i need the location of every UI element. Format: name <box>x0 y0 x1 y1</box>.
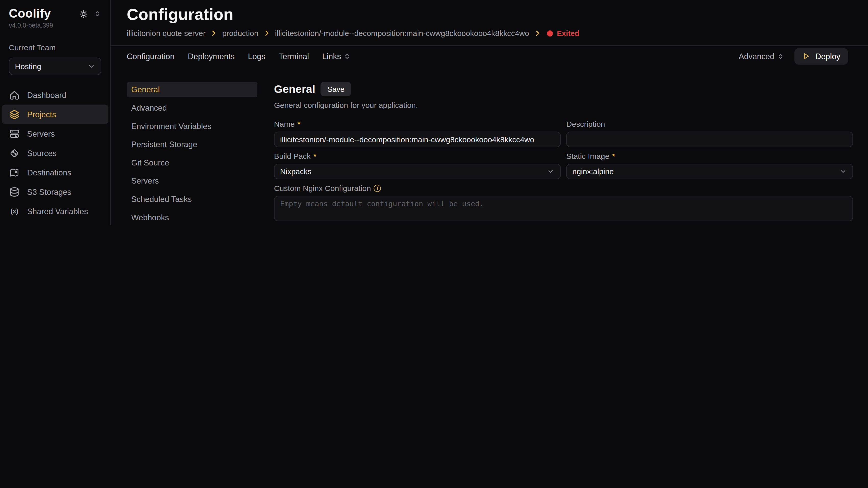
tab-terminal[interactable]: Terminal <box>279 52 309 61</box>
sidebar-item-sources[interactable]: Sources <box>0 143 110 163</box>
page-title: Configuration <box>127 6 848 24</box>
config-nav-persistent-storage[interactable]: Persistent Storage <box>127 137 257 152</box>
sidebar-item-servers[interactable]: Servers <box>0 124 110 143</box>
deploy-label: Deploy <box>815 52 840 61</box>
server-icon <box>9 128 20 139</box>
advanced-dropdown[interactable]: Advanced <box>739 52 784 61</box>
breadcrumb: illicitonion quote server production ill… <box>127 29 848 45</box>
app-version: v4.0.0-beta.399 <box>0 21 110 29</box>
config-nav-environment-variables[interactable]: Environment Variables <box>127 118 257 134</box>
chevron-right-icon <box>210 29 218 37</box>
main-area: Configuration illicitonion quote server … <box>111 0 868 225</box>
nginx-config-label: Custom Nginx Configuration <box>274 184 371 193</box>
chevron-down-icon <box>547 167 555 175</box>
chevron-right-icon <box>263 29 271 37</box>
build-pack-label: Build Pack <box>274 152 311 160</box>
deploy-button[interactable]: Deploy <box>794 48 848 65</box>
team-select[interactable]: Hosting <box>9 58 101 75</box>
tab-links-label: Links <box>322 52 341 61</box>
general-form: General Save General configuration for y… <box>274 82 853 225</box>
svg-text:(x): (x) <box>10 207 18 215</box>
app-logo: Coolify <box>9 7 51 21</box>
sidebar-item-destinations[interactable]: Destinations <box>0 163 110 182</box>
sidebar-item-shared-variables[interactable]: (x) Shared Variables <box>0 201 110 221</box>
sidebar-item-label: Dashboard <box>27 91 66 99</box>
config-nav-general[interactable]: General <box>127 82 257 97</box>
sidebar-item-label: Destinations <box>27 168 71 177</box>
current-team-label: Current Team <box>0 43 110 52</box>
tab-configuration[interactable]: Configuration <box>127 52 175 61</box>
breadcrumb-project[interactable]: illicitonion quote server <box>127 29 206 38</box>
sidebar-item-label: Sources <box>27 149 56 158</box>
status-badge: Exited <box>547 29 579 37</box>
sidebar-item-s3-storages[interactable]: S3 Storages <box>0 182 110 201</box>
sidebar-item-projects[interactable]: Projects <box>2 104 109 124</box>
sidebar-item-notifications[interactable]: Notifications <box>0 221 110 225</box>
config-nav-webhooks[interactable]: Webhooks <box>127 209 257 225</box>
sidebar-item-dashboard[interactable]: Dashboard <box>0 85 110 104</box>
save-button[interactable]: Save <box>321 82 351 96</box>
theme-sun-icon[interactable] <box>78 9 89 19</box>
tab-logs[interactable]: Logs <box>248 52 265 61</box>
required-marker: * <box>298 120 301 129</box>
home-icon <box>9 89 20 100</box>
info-icon[interactable] <box>374 185 381 192</box>
sidebar-item-label: Servers <box>27 129 55 138</box>
sidebar: Coolify v4.0.0-beta.399 Current Team Hos… <box>0 0 111 225</box>
chevron-right-icon <box>533 29 541 37</box>
static-image-label: Static Image <box>566 152 610 160</box>
static-image-value: nginx:alpine <box>572 167 614 176</box>
chevron-down-icon <box>88 62 95 70</box>
config-nav-advanced[interactable]: Advanced <box>127 100 257 116</box>
chevron-down-icon <box>839 167 847 175</box>
required-marker: * <box>612 152 615 160</box>
chevrons-up-down-icon <box>343 52 351 60</box>
database-icon <box>9 186 20 197</box>
status-dot-icon <box>547 30 553 36</box>
sidebar-item-label: Projects <box>27 110 56 119</box>
coolify-app: Coolify v4.0.0-beta.399 Current Team Hos… <box>0 0 868 225</box>
name-label: Name <box>274 120 295 129</box>
tabs-row: Configuration Deployments Logs Terminal … <box>111 45 868 66</box>
name-input[interactable] <box>274 132 561 147</box>
build-pack-value: Nixpacks <box>280 167 312 176</box>
section-title-general: General <box>274 83 315 95</box>
config-nav-git-source[interactable]: Git Source <box>127 155 257 170</box>
chevrons-up-down-icon[interactable] <box>94 10 101 18</box>
team-select-value: Hosting <box>15 62 41 71</box>
config-nav: General Advanced Environment Variables P… <box>127 82 257 225</box>
general-subtitle: General configuration for your applicati… <box>274 101 853 110</box>
advanced-label: Advanced <box>739 52 774 61</box>
build-pack-select[interactable]: Nixpacks <box>274 164 561 179</box>
required-marker: * <box>313 152 316 160</box>
description-label: Description <box>566 120 605 129</box>
chevrons-up-down-icon <box>777 52 784 60</box>
config-nav-scheduled-tasks[interactable]: Scheduled Tasks <box>127 192 257 207</box>
sidebar-item-label: S3 Storages <box>27 187 71 196</box>
sidebar-item-label: Shared Variables <box>27 206 88 216</box>
breadcrumb-application[interactable]: illicitestonion/-module--decomposition:m… <box>275 29 529 38</box>
variable-icon: (x) <box>9 205 20 217</box>
breadcrumb-environment[interactable]: production <box>222 29 258 38</box>
nginx-config-textarea[interactable] <box>274 196 853 221</box>
description-input[interactable] <box>566 132 853 147</box>
config-nav-servers[interactable]: Servers <box>127 173 257 189</box>
map-icon <box>9 167 20 178</box>
status-text: Exited <box>557 29 579 37</box>
tab-links[interactable]: Links <box>322 52 351 61</box>
sidebar-nav: Dashboard Projects Servers Sources Desti… <box>0 85 110 225</box>
static-image-select[interactable]: nginx:alpine <box>566 164 853 179</box>
play-icon <box>802 52 810 60</box>
git-source-icon <box>9 148 20 158</box>
layers-icon <box>9 109 20 120</box>
tab-deployments[interactable]: Deployments <box>188 52 235 61</box>
